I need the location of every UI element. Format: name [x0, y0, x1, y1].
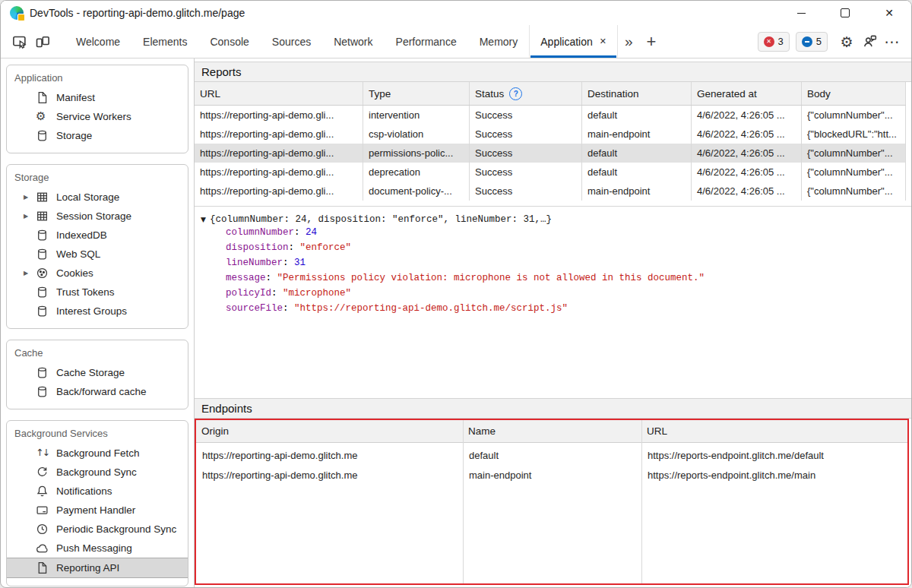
endpoints-column-header-name[interactable]: Name	[463, 420, 641, 442]
issues-badge[interactable]: 5	[796, 32, 828, 52]
sidebar-item-background-sync[interactable]: Background Sync	[7, 463, 188, 482]
report-cell: deprecation	[363, 163, 470, 182]
expander-icon[interactable]: ▶	[24, 270, 36, 277]
tab-label: Welcome	[76, 36, 120, 48]
sidebar-item-periodic-background-sync[interactable]: Periodic Background Sync	[7, 520, 188, 539]
more-tabs-button[interactable]: »	[618, 33, 640, 50]
report-cell: https://reporting-api-demo.gli...	[195, 144, 363, 163]
more-options-button[interactable]: ⋯	[881, 30, 904, 53]
sidebar-item-web-sql[interactable]: Web SQL	[7, 245, 188, 264]
column-header-label: Name	[468, 425, 496, 437]
devtools-logo-icon	[10, 6, 24, 20]
close-button[interactable]: ✕	[867, 1, 911, 25]
report-row[interactable]: https://reporting-api-demo.gli...interve…	[195, 106, 906, 125]
column-header-destination[interactable]: Destination	[582, 82, 692, 105]
error-badge[interactable]: ✕ 3	[758, 32, 790, 52]
tab-application[interactable]: Application ✕	[529, 25, 618, 58]
column-header-type[interactable]: Type	[363, 82, 470, 105]
report-body-detail: ▼ {columnNumber: 24, disposition: "enfor…	[195, 206, 911, 398]
tab-label: Application	[540, 36, 593, 48]
json-property: message: "Permissions policy violation: …	[226, 270, 905, 286]
report-cell: default	[582, 144, 692, 163]
maximize-icon	[841, 8, 850, 17]
cookie-icon	[36, 267, 52, 280]
sidebar-item-push-messaging[interactable]: Push Messaging	[7, 539, 188, 558]
sidebar-item-label: Background Fetch	[56, 447, 140, 459]
maximize-button[interactable]	[823, 1, 867, 25]
device-toolbar-button[interactable]	[31, 30, 54, 53]
reports-table-header: URL Type Status ? Destination Generated …	[195, 82, 906, 106]
inspect-element-button[interactable]	[8, 30, 31, 53]
sidebar-section-cache: Cache Cache Storage Back/forward cache	[6, 340, 188, 409]
report-row[interactable]: https://reporting-api-demo.gli...depreca…	[195, 163, 906, 182]
sidebar-item-label: Back/forward cache	[56, 386, 147, 397]
sidebar-item-label: Manifest	[56, 92, 95, 103]
database-icon	[36, 129, 52, 142]
json-value: 31	[294, 258, 306, 268]
report-cell: Success	[470, 182, 582, 201]
tab-strip: Welcome Elements Console Sources Network…	[65, 25, 618, 58]
tab-label: Network	[334, 36, 372, 48]
tab-elements[interactable]: Elements	[131, 25, 198, 58]
sidebar-item-background-fetch[interactable]: ↑↓ Background Fetch	[7, 444, 188, 463]
tree-expanded-icon[interactable]: ▼	[201, 216, 206, 223]
report-cell: Success	[470, 106, 582, 125]
report-row[interactable]: https://reporting-api-demo.gli...csp-vio…	[195, 125, 906, 144]
report-cell: Success	[470, 144, 582, 163]
column-header-generated-at[interactable]: Generated at	[692, 82, 802, 105]
report-row[interactable]: https://reporting-api-demo.gli...permiss…	[195, 144, 906, 163]
error-icon: ✕	[764, 36, 774, 47]
expander-icon[interactable]: ▶	[24, 194, 36, 201]
endpoints-column-header-origin[interactable]: Origin	[196, 420, 463, 442]
sidebar-item-trust-tokens[interactable]: Trust Tokens	[7, 283, 188, 302]
sidebar-item-notifications[interactable]: Notifications	[7, 482, 188, 501]
table-icon	[36, 191, 52, 204]
tab-label: Performance	[396, 36, 457, 48]
sidebar-item-manifest[interactable]: Manifest	[7, 88, 188, 107]
sidebar-item-indexeddb[interactable]: IndexedDB	[7, 226, 188, 245]
sidebar-item-service-workers[interactable]: ⚙ Service Workers	[7, 107, 188, 126]
tab-network[interactable]: Network	[322, 25, 384, 58]
expander-icon[interactable]: ▶	[24, 213, 36, 220]
document-icon	[36, 561, 52, 574]
column-header-status[interactable]: Status ?	[470, 82, 582, 105]
report-row[interactable]: https://reporting-api-demo.gli...documen…	[195, 182, 906, 201]
endpoint-cell: https://reports-endpoint.glitch.me/main	[641, 465, 907, 485]
tab-memory[interactable]: Memory	[468, 25, 530, 58]
bell-icon	[36, 485, 52, 498]
sidebar-item-session-storage[interactable]: ▶ Session Storage	[7, 207, 188, 226]
sidebar-item-cache-storage[interactable]: Cache Storage	[7, 363, 188, 382]
feedback-button[interactable]	[858, 30, 881, 53]
tab-sources[interactable]: Sources	[261, 25, 322, 58]
sidebar-item-interest-groups[interactable]: Interest Groups	[7, 302, 188, 321]
report-cell: {"columnNumber"...	[802, 163, 906, 182]
column-header-body[interactable]: Body	[802, 82, 906, 105]
issue-count: 5	[816, 36, 822, 47]
column-header-label: Body	[807, 88, 831, 100]
report-cell: Success	[470, 125, 582, 144]
sidebar-item-payment-handler[interactable]: Payment Handler	[7, 501, 188, 520]
help-icon[interactable]: ?	[509, 87, 522, 100]
endpoint-row[interactable]: https://reporting-api-demo.glitch.medefa…	[196, 445, 907, 465]
json-key: disposition	[226, 242, 289, 253]
tab-welcome[interactable]: Welcome	[65, 25, 131, 58]
endpoint-row[interactable]: https://reporting-api-demo.glitch.memain…	[196, 465, 907, 485]
tab-close-icon[interactable]: ✕	[600, 36, 606, 46]
close-icon: ✕	[885, 8, 894, 18]
column-header-label: Destination	[587, 88, 639, 100]
json-preview-line[interactable]: ▼ {columnNumber: 24, disposition: "enfor…	[201, 214, 905, 225]
sidebar-item-local-storage[interactable]: ▶ Local Storage	[7, 188, 188, 207]
tab-performance[interactable]: Performance	[385, 25, 468, 58]
minimize-button[interactable]	[779, 1, 823, 25]
column-header-label: Generated at	[697, 88, 757, 100]
sidebar-item-reporting-api[interactable]: Reporting API	[7, 558, 188, 578]
sidebar-item-label: Web SQL	[56, 248, 100, 260]
endpoints-column-header-url[interactable]: URL	[641, 420, 907, 442]
tab-console[interactable]: Console	[198, 25, 260, 58]
sidebar-item-back-forward-cache[interactable]: Back/forward cache	[7, 382, 188, 401]
sidebar-item-storage[interactable]: Storage	[7, 126, 188, 145]
sidebar-item-cookies[interactable]: ▶ Cookies	[7, 264, 188, 283]
settings-button[interactable]: ⚙	[835, 30, 858, 53]
column-header-url[interactable]: URL	[195, 82, 363, 105]
new-tab-button[interactable]: +	[640, 32, 663, 52]
